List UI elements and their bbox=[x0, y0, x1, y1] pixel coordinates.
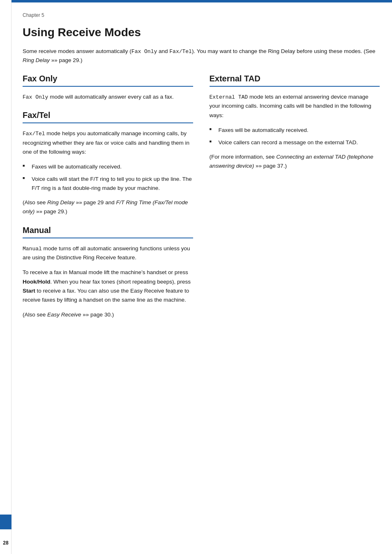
ring-delay-ref: Ring Delay bbox=[47, 199, 74, 205]
heading-fax-tel: Fax/Tel bbox=[23, 111, 193, 123]
easy-receive-ref: Easy Receive bbox=[47, 312, 81, 318]
section-manual: Manual Manual mode turns off all automat… bbox=[23, 226, 193, 320]
page-number: 28 bbox=[0, 540, 12, 546]
heading-manual: Manual bbox=[23, 226, 193, 238]
fax-tel-bullets: Faxes will be automatically received. Vo… bbox=[23, 162, 193, 192]
section-fax-tel: Fax/Tel Fax/Tel mode helps you automatic… bbox=[23, 111, 193, 216]
bullet-tad-2: Voice callers can record a message on th… bbox=[210, 138, 380, 147]
inline-code-faxonly: Fax Only bbox=[131, 48, 157, 55]
external-tad-intro: External TAD mode lets an external answe… bbox=[210, 92, 380, 120]
code-fax-only: Fax Only bbox=[23, 94, 48, 100]
fax-tel-footer: (Also see Ring Delay »» page 29 and F/T … bbox=[23, 198, 193, 217]
intro-paragraph: Some receive modes answer automatically … bbox=[23, 47, 380, 65]
code-external-tad: External TAD bbox=[210, 94, 248, 100]
manual-text-2: To receive a fax in Manual mode lift the… bbox=[23, 268, 193, 305]
section-fax-only: Fax Only Fax Only mode will automaticall… bbox=[23, 74, 193, 102]
bullet-fax-tel-2: Voice calls will start the F/T ring to t… bbox=[23, 175, 193, 192]
manual-footer: (Also see Easy Receive »» page 30.) bbox=[23, 310, 193, 319]
left-accent bbox=[0, 0, 12, 554]
page-title: Using Receive Modes bbox=[23, 25, 380, 39]
left-column: Fax Only Fax Only mode will automaticall… bbox=[23, 74, 193, 329]
code-manual: Manual bbox=[23, 246, 42, 252]
heading-fax-only: Fax Only bbox=[23, 74, 193, 87]
connecting-tad-ref: Connecting an external TAD (telephone an… bbox=[210, 154, 374, 169]
bullet-tad-1: Faxes will be automatically received. bbox=[210, 126, 380, 135]
top-bar bbox=[0, 0, 392, 2]
external-tad-footer: (For more information, see Connecting an… bbox=[210, 152, 380, 171]
hookhold-bold: Hook/Hold bbox=[23, 279, 51, 285]
inline-code-faxtel: Fax/Tel bbox=[169, 48, 192, 55]
page-content: Chapter 5 Using Receive Modes Some recei… bbox=[23, 0, 380, 329]
bullet-fax-tel-1: Faxes will be automatically received. bbox=[23, 162, 193, 171]
two-column-layout: Fax Only Fax Only mode will automaticall… bbox=[23, 74, 380, 329]
right-column: External TAD External TAD mode lets an e… bbox=[210, 74, 380, 329]
left-blue-bar bbox=[0, 515, 12, 529]
code-fax-tel: Fax/Tel bbox=[23, 131, 45, 137]
fax-only-text: Fax Only mode will automatically answer … bbox=[23, 92, 193, 102]
section-external-tad: External TAD External TAD mode lets an e… bbox=[210, 74, 380, 171]
ring-delay-link: Ring Delay bbox=[23, 57, 50, 63]
manual-text-1: Manual mode turns off all automatic answ… bbox=[23, 244, 193, 263]
chapter-label: Chapter 5 bbox=[23, 12, 380, 18]
fax-tel-intro: Fax/Tel mode helps you automatically man… bbox=[23, 129, 193, 157]
external-tad-bullets: Faxes will be automatically received. Vo… bbox=[210, 126, 380, 147]
heading-external-tad: External TAD bbox=[210, 74, 380, 87]
start-bold: Start bbox=[23, 288, 35, 294]
